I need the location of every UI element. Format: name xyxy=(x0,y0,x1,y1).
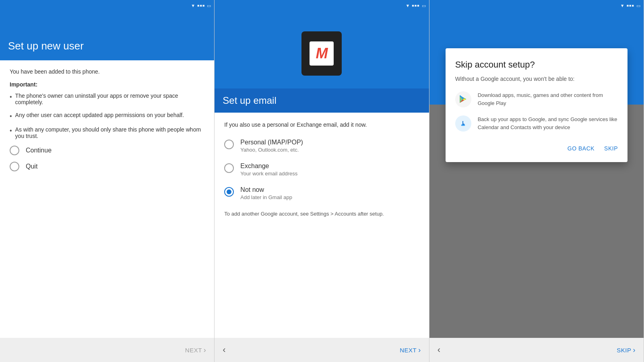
screen2-back-button[interactable]: ‹ xyxy=(223,345,225,355)
screen3-skip-label: SKIP xyxy=(617,347,631,354)
status-bar-1: ▼ ■■■ ▭ xyxy=(0,0,214,11)
feature-text-play: Download apps, music, games and other co… xyxy=(478,91,618,107)
bullet-text-2: Any other user can accept updated app pe… xyxy=(15,112,184,118)
not-now-label: Not now xyxy=(240,186,292,193)
screen1-title: Set up new user xyxy=(8,40,84,52)
screen2-title: Set up email xyxy=(223,95,421,106)
screen2-next-label: NEXT xyxy=(400,347,417,354)
signal-icon-2: ■■■ xyxy=(412,4,419,8)
bullet-item-1: • The phone's owner can uninstall your a… xyxy=(10,93,204,105)
screen-set-up-new-user: ▼ ■■■ ▭ Set up new user You have been ad… xyxy=(0,0,215,362)
bullet-dot-2: • xyxy=(10,113,12,120)
option-personal[interactable]: Personal (IMAP/POP) Yahoo, Outlook.com, … xyxy=(224,139,419,153)
feature-item-backup: Back up your apps to Google, and sync Go… xyxy=(455,115,618,132)
exchange-option-text: Exchange Your work email address xyxy=(240,162,297,177)
option-quit-label: Quit xyxy=(26,163,37,170)
personal-label: Personal (IMAP/POP) xyxy=(240,139,303,146)
radio-quit[interactable] xyxy=(10,162,19,171)
feature-text-backup: Back up your apps to Google, and sync Go… xyxy=(478,115,618,131)
screen1-next-button[interactable]: NEXT › xyxy=(185,346,206,354)
battery-icon-3: ▭ xyxy=(636,3,640,8)
screen2-header-area: M xyxy=(215,0,429,88)
gmail-device-graphic: M xyxy=(301,31,342,76)
bullet-dot-3: • xyxy=(10,127,12,134)
screen2-footer: To add another Google account, see Setti… xyxy=(224,210,419,218)
radio-personal[interactable] xyxy=(224,140,234,149)
screen3-skip-chevron: › xyxy=(633,346,636,354)
bullet-text-3: As with any computer, you should only sh… xyxy=(15,126,205,139)
play-store-svg xyxy=(458,95,468,104)
status-bar-3: ▼ ■■■ ▭ xyxy=(429,0,644,11)
screen3-back-button[interactable]: ‹ xyxy=(438,345,440,355)
screen3-bottom-bar: ‹ SKIP › xyxy=(429,338,644,362)
radio-not-now[interactable] xyxy=(224,187,234,197)
screen1-next-label: NEXT xyxy=(185,347,202,354)
backup-icon xyxy=(455,115,471,132)
exchange-label: Exchange xyxy=(240,162,297,170)
personal-option-text: Personal (IMAP/POP) Yahoo, Outlook.com, … xyxy=(240,139,303,153)
screen1-intro: You have been added to this phone. xyxy=(10,68,204,75)
gmail-m-logo: M xyxy=(310,41,334,66)
screen1-important-label: Important: xyxy=(10,81,204,88)
bullet-item-2: • Any other user can accept updated app … xyxy=(10,112,204,120)
screen-skip-account-setup: ▼ ■■■ ▭ Skip account setup? Without a Go… xyxy=(429,0,644,362)
exchange-sublabel: Your work email address xyxy=(240,171,297,177)
signal-icon-3: ■■■ xyxy=(627,4,634,8)
screen1-next-chevron: › xyxy=(204,346,206,354)
battery-icon-1: ▭ xyxy=(207,3,211,8)
bullet-item-3: • As with any computer, you should only … xyxy=(10,126,204,139)
option-continue-label: Continue xyxy=(26,147,52,154)
dialog-title: Skip account setup? xyxy=(455,60,618,70)
screen2-next-chevron: › xyxy=(418,346,421,354)
radio-exchange[interactable] xyxy=(224,163,234,173)
screen1-bottom-bar: NEXT › xyxy=(0,338,214,362)
battery-icon-2: ▭ xyxy=(422,3,426,8)
dialog-actions: GO BACK SKIP xyxy=(455,140,618,154)
skip-account-dialog: Skip account setup? Without a Google acc… xyxy=(446,48,627,162)
wifi-icon-3: ▼ xyxy=(620,3,625,8)
screen3-skip-button[interactable]: SKIP › xyxy=(617,346,636,354)
personal-sublabel: Yahoo, Outlook.com, etc. xyxy=(240,147,303,153)
screen-set-up-email: ▼ ■■■ ▭ M Set up email If you also use a… xyxy=(215,0,429,362)
bullet-dot-1: • xyxy=(10,93,12,101)
dialog-description: Without a Google account, you won't be a… xyxy=(455,75,618,83)
not-now-sublabel: Add later in Gmail app xyxy=(240,194,292,200)
wifi-icon: ▼ xyxy=(191,3,195,8)
not-now-option-text: Not now Add later in Gmail app xyxy=(240,186,292,200)
go-back-button[interactable]: GO BACK xyxy=(568,143,594,154)
status-bar-2: ▼ ■■■ ▭ xyxy=(215,0,429,11)
option-continue[interactable]: Continue xyxy=(10,146,204,155)
radio-continue[interactable] xyxy=(10,146,19,155)
screen1-content: You have been added to this phone. Impor… xyxy=(0,60,214,338)
option-quit[interactable]: Quit xyxy=(10,162,204,171)
device-frame: M xyxy=(301,31,342,76)
play-store-icon xyxy=(455,91,471,107)
screen2-description: If you also use a personal or Exchange e… xyxy=(224,121,419,129)
backup-svg xyxy=(458,119,468,128)
signal-icon-1: ■■■ xyxy=(197,4,205,8)
screen2-title-bar: Set up email xyxy=(215,88,429,113)
screen2-content: If you also use a personal or Exchange e… xyxy=(215,113,429,338)
bullet-text-1: The phone's owner can uninstall your app… xyxy=(15,93,205,105)
wifi-icon-2: ▼ xyxy=(405,3,410,8)
screen2-next-button[interactable]: NEXT › xyxy=(400,346,421,354)
screen2-bottom-bar: ‹ NEXT › xyxy=(215,338,429,362)
skip-dialog-button[interactable]: SKIP xyxy=(604,143,618,154)
option-not-now[interactable]: Not now Add later in Gmail app xyxy=(224,186,419,200)
option-exchange[interactable]: Exchange Your work email address xyxy=(224,162,419,177)
feature-item-play: Download apps, music, games and other co… xyxy=(455,91,618,107)
